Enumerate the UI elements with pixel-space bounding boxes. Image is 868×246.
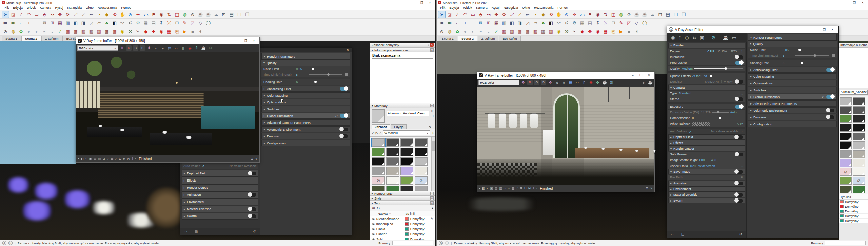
dim-add-icon[interactable]: ＋ xyxy=(25,19,33,26)
material-swatch[interactable] xyxy=(400,148,413,156)
time-limit-lock-icon[interactable] xyxy=(345,73,348,76)
interactive-toggle[interactable] xyxy=(735,55,743,59)
bw-icon[interactable]: ◧ xyxy=(482,187,485,190)
tag-row[interactable]: Domyślny xyxy=(839,209,868,214)
maximize-button[interactable]: ❐ xyxy=(418,1,426,5)
play-icon[interactable]: ▶ xyxy=(617,28,625,35)
material-swatch[interactable] xyxy=(415,167,428,175)
save-settings-icon[interactable]: ▤ xyxy=(195,230,198,233)
material-swatch[interactable] xyxy=(400,157,413,166)
menu-item[interactable]: Pomoc xyxy=(555,6,570,10)
material-g-icon[interactable]: ▩ xyxy=(547,28,555,35)
pan-tool-icon[interactable]: ✋ xyxy=(555,11,563,18)
srgb-icon[interactable]: ▣ xyxy=(490,187,493,190)
rotate-tool-icon[interactable]: ⟳ xyxy=(64,11,72,18)
material-a-icon[interactable]: ▩ xyxy=(64,28,72,35)
pause-icon[interactable]: ‖ xyxy=(533,187,534,190)
levels-icon[interactable]: ▥ xyxy=(499,187,502,190)
arc-tool-icon[interactable]: ◠ xyxy=(461,11,469,18)
line-tool-icon[interactable]: ∕ xyxy=(17,11,25,18)
arc-tool-icon[interactable]: ◠ xyxy=(25,11,33,18)
pipette-drop-icon[interactable]: ↧ xyxy=(158,19,165,26)
editor-section-row[interactable]: ▸ Render Output xyxy=(182,184,258,191)
close-tray-icon[interactable]: ✕ xyxy=(430,43,434,47)
page-flip-icon[interactable]: ⎘ xyxy=(173,28,181,35)
shading-rate-slider[interactable] xyxy=(795,63,814,63)
vray-leaf-icon[interactable]: ✿ xyxy=(454,28,461,35)
material-swatch[interactable] xyxy=(415,148,428,156)
ellipse-icon[interactable]: ◯ xyxy=(641,19,648,26)
menu-item[interactable]: Pomoc xyxy=(119,6,133,10)
window-overlay-icon[interactable]: ❐ xyxy=(680,11,687,18)
histogram-icon[interactable]: H xyxy=(524,187,527,190)
close-section-icon[interactable]: ✕ xyxy=(430,201,434,205)
depth-of-field-header[interactable]: ▸Depth of Field xyxy=(668,134,745,140)
green-channel-button[interactable]: G xyxy=(534,80,539,85)
material-swatch[interactable] xyxy=(372,167,385,175)
parameter-section-row[interactable]: ▸ Advanced Camera Parameters xyxy=(261,119,350,126)
material-swatch[interactable] xyxy=(853,97,865,105)
gray-point-icon[interactable]: ● xyxy=(160,45,165,51)
vray-asset-editor-icon[interactable]: ⊘ xyxy=(625,11,633,18)
scene-tab[interactable]: Scena 2 xyxy=(21,36,41,41)
followme-tool-icon[interactable]: ↝ xyxy=(485,11,492,18)
dome-light-icon[interactable]: ◓ xyxy=(477,28,485,35)
dof-toggle[interactable] xyxy=(735,135,743,139)
blue-channel-button[interactable]: B xyxy=(140,45,145,51)
vray-pin-icon[interactable]: ◉ xyxy=(594,28,601,35)
revert-settings-icon[interactable]: ↺ xyxy=(739,232,742,236)
info-icon[interactable]: ▫ xyxy=(536,187,537,190)
maximize-button[interactable]: ❐ xyxy=(851,1,858,5)
vray-bag-icon[interactable]: ◍ xyxy=(9,28,17,35)
name-column-header[interactable]: Nazwa xyxy=(378,212,388,215)
grid-b-icon[interactable]: ▤ xyxy=(150,19,157,26)
pipette-x-icon[interactable]: ⤬ xyxy=(165,19,173,26)
white-balance-icon[interactable]: ○ xyxy=(508,187,510,190)
tag-color-chip[interactable] xyxy=(405,227,409,231)
measurements-input[interactable] xyxy=(392,241,433,245)
material-a-icon[interactable]: ▩ xyxy=(500,28,508,35)
line-tool-icon[interactable]: ∕ xyxy=(454,11,461,18)
gray-point-icon[interactable]: ● xyxy=(561,80,567,85)
material-b-icon[interactable]: ▩ xyxy=(508,28,516,35)
tag-row[interactable]: ◉ Nieoznakowane Domyślny ✎ xyxy=(370,216,435,221)
position-camera-icon[interactable]: ⚑ xyxy=(150,11,157,18)
render-teapot-icon[interactable]: ☕ xyxy=(723,35,728,40)
sample-paint-icon[interactable]: ✎ xyxy=(429,125,434,129)
engine-option[interactable]: CPU xyxy=(706,50,715,53)
vray-frame-buffer-icon[interactable]: ⊡ xyxy=(656,11,664,18)
gears-icon[interactable]: ⚙ xyxy=(571,19,578,26)
teapot-mini-icon[interactable]: ☕ xyxy=(648,80,653,85)
stop-icon[interactable]: ■ xyxy=(625,28,633,35)
material-swatch[interactable] xyxy=(415,157,428,166)
remove-tag-icon[interactable]: ⊖ xyxy=(377,206,380,210)
scene-tab[interactable]: Z-sufitem xyxy=(478,36,499,41)
file-browse-icon[interactable]: 🗎 xyxy=(740,176,743,179)
material-swatch[interactable] xyxy=(853,133,865,140)
parameter-section-row[interactable]: ▸ Optimizations xyxy=(748,80,837,86)
minimize-button[interactable]: – xyxy=(629,73,636,78)
material-swatch[interactable] xyxy=(386,186,399,191)
vray-move-icon[interactable]: ✥ xyxy=(150,28,157,35)
settings-gear-icon[interactable]: ⚙ xyxy=(711,35,716,40)
look-around-icon[interactable]: ◉ xyxy=(158,11,165,18)
compare-icon[interactable]: ✣ xyxy=(194,45,199,51)
render-parameters-header[interactable]: ▾ Render Parameters xyxy=(748,34,837,41)
render-elements-tab-icon[interactable]: ≋ xyxy=(692,35,696,40)
ev-value[interactable]: 14,229 xyxy=(701,111,710,114)
tab-edit[interactable]: Edycja xyxy=(391,124,407,129)
minimize-button[interactable]: – xyxy=(234,39,241,43)
editor-section-row[interactable]: ▸ Material Override xyxy=(182,206,258,212)
copy-clipboard-icon[interactable]: ▯ xyxy=(180,45,186,51)
vray-logo-icon[interactable]: ⊘ xyxy=(438,28,446,35)
section-toggle[interactable] xyxy=(248,172,256,175)
chain-link-icon[interactable]: ⫘ xyxy=(555,19,563,26)
grid-b-icon[interactable]: ▤ xyxy=(586,19,594,26)
vfb-settings-icon[interactable]: ⊡ xyxy=(609,80,614,85)
parameter-section-row[interactable]: ▸ Configuration xyxy=(748,121,837,127)
materials-header[interactable]: ▾ Materiały ✕ xyxy=(370,103,435,108)
material-g-icon[interactable]: ▩ xyxy=(111,28,118,35)
scene-tab[interactable]: Z-sufitem xyxy=(41,36,62,41)
material-swatch[interactable] xyxy=(853,168,865,176)
engine-option[interactable]: CUDA xyxy=(717,50,728,53)
